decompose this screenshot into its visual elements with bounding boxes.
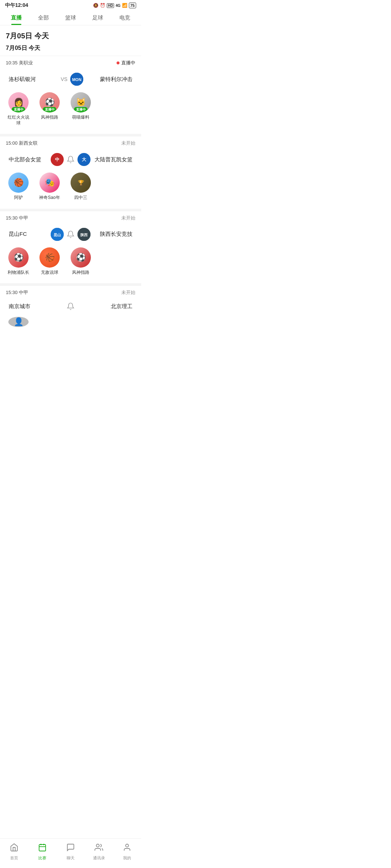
streamer-name-2-1: 阿驴 [14,195,23,201]
streamer-avatar-1-1: 👩 直播中 [8,92,29,112]
away-logo-2: 大 [77,153,91,166]
away-team-3: 陕西长安竞技 [91,231,133,238]
away-logo-1: MON [70,73,83,86]
home-team-4: 南京城市 [9,303,67,310]
home-team-2: 中北部会女篮 [9,156,51,163]
streamers-row-3: ⚽ 利物浦队长 🏀 无敌说球 ⚽ 风神指路 [0,244,141,281]
signal-icon: 🔕 [93,3,98,8]
date-header-main: 7月05日 今天 [0,25,141,43]
live-text-1: 直播中 [121,60,135,66]
live-badge-1-1: 直播中 [12,107,25,112]
streamer-name-1-3: 萌喵爆料 [72,115,89,120]
bell-icon-4[interactable] [67,302,75,310]
streamer-avatar-3-2: 🏀 [39,247,60,268]
home-logo-2: 中 [51,153,64,166]
status-icons: 🔕 ⏰ HD 4G 📶 75 [93,3,136,8]
teams-row-3[interactable]: 昆山FC 昆山 陕西 陕西长安竞技 [0,224,141,244]
streamer-2-3[interactable]: 🏆 四中三 [68,173,93,201]
home-team-1: 洛杉矶银河 [9,76,58,83]
svg-text:MON: MON [72,77,82,82]
match-section-1: 10:35 美职业 直播中 洛杉矶银河 VS MON 蒙特利尔冲击 👩 直播中 … [0,56,141,131]
match-section-4: 15:30 中甲 未开始 南京城市 北京理工 👤 [0,285,141,332]
away-team-2: 大陆普瓦凯女篮 [91,156,133,163]
nav-tabs: 直播 全部 篮球 足球 电竞 [0,10,141,25]
tab-live[interactable]: 直播 [3,10,30,25]
streamer-1-1[interactable]: 👩 直播中 红红火火说球 [6,92,31,126]
match-header-1: 10:35 美职业 直播中 [0,56,141,69]
bell-icon-3[interactable] [67,230,75,238]
streamers-row-4: 👤 [0,314,141,332]
streamer-3-1[interactable]: ⚽ 利物浦队长 [6,247,31,276]
date-header-sub: 7月05日 今天 [0,43,141,56]
away-team-1: 蒙特利尔冲击 [83,76,133,83]
live-badge-1-2: 直播中 [43,107,56,112]
main-content: 7月05日 今天 7月05日 今天 10:35 美职业 直播中 洛杉矶银河 VS… [0,25,141,360]
live-dot-1 [117,61,119,64]
teams-row-4[interactable]: 南京城市 北京理工 [0,299,141,314]
streamer-1-2[interactable]: ⚽ 直播中 风神指路 [37,92,62,126]
live-badge-1-3: 直播中 [74,107,88,112]
streamer-name-2-2: 神奇Sao年 [39,195,60,201]
streamer-3-3[interactable]: ⚽ 风神指路 [68,247,93,276]
tab-basketball[interactable]: 篮球 [57,10,84,25]
match-status-2: 未开始 [121,140,135,146]
tab-football[interactable]: 足球 [84,10,111,25]
status-bar: 中午12:04 🔕 ⏰ HD 4G 📶 75 [0,0,141,10]
match-header-4: 15:30 中甲 未开始 [0,285,141,299]
streamers-row-1: 👩 直播中 红红火火说球 ⚽ 直播中 风神指路 🐱 直播中 萌喵爆料 [0,89,141,131]
home-logo-3: 昆山 [51,228,64,241]
battery-indicator: 75 [129,3,136,8]
svg-text:昆山: 昆山 [54,233,61,237]
match-time-league-3: 15:30 中甲 [6,215,28,221]
match-section-2: 15:00 新西女联 未开始 中北部会女篮 中 大 大陆普瓦凯女篮 🏀 阿驴 [0,136,141,206]
match-section-3: 15:30 中甲 未开始 昆山FC 昆山 陕西 陕西长安竞技 [0,211,141,281]
away-team-4: 北京理工 [75,303,133,310]
streamer-avatar-3-3: ⚽ [71,247,91,268]
teams-row-2[interactable]: 中北部会女篮 中 大 大陆普瓦凯女篮 [0,149,141,170]
teams-row-1[interactable]: 洛杉矶银河 VS MON 蒙特利尔冲击 [0,69,141,89]
svg-text:陕西: 陕西 [80,233,88,237]
away-logo-3: 陕西 [77,228,91,241]
match-time-league-4: 15:30 中甲 [6,289,28,296]
streamer-avatar-2-3: 🏆 [71,173,91,193]
streamer-name-3-2: 无敌说球 [41,270,58,276]
bell-icon-2[interactable] [67,156,75,163]
streamer-name-3-3: 风神指路 [72,270,89,276]
hd-icon: HD [107,3,114,8]
streamer-3-2[interactable]: 🏀 无敌说球 [37,247,62,276]
streamer-name-3-1: 利物浦队长 [8,270,29,276]
match-status-live-1: 直播中 [117,60,135,66]
tab-all[interactable]: 全部 [30,10,57,25]
network-icon: 4G [115,4,120,8]
tab-esports[interactable]: 电竞 [111,10,138,25]
match-header-2: 15:00 新西女联 未开始 [0,136,141,149]
streamer-avatar-4-1: 👤 [8,317,29,327]
streamers-row-2: 🏀 阿驴 🎭 神奇Sao年 🏆 四中三 [0,170,141,206]
streamer-1-3[interactable]: 🐱 直播中 萌喵爆料 [68,92,93,126]
streamer-avatar-1-2: ⚽ 直播中 [39,92,60,112]
match-time-league-2: 15:00 新西女联 [6,140,38,146]
home-team-3: 昆山FC [9,231,51,238]
match-status-3: 未开始 [121,215,135,221]
streamer-avatar-1-3: 🐱 直播中 [71,92,91,112]
wifi-icon: 📶 [122,3,127,8]
streamer-name-1-2: 风神指路 [41,115,58,120]
streamer-name-1-1: 红红火火说球 [6,115,31,126]
vs-1: VS [61,76,68,82]
streamer-name-2-3: 四中三 [74,195,87,201]
alarm-icon: ⏰ [100,3,105,8]
match-status-4: 未开始 [121,289,135,296]
match-time-league-1: 10:35 美职业 [6,60,33,66]
streamer-2-1[interactable]: 🏀 阿驴 [6,173,31,201]
status-time: 中午12:04 [5,2,28,9]
streamer-avatar-3-1: ⚽ [8,247,29,268]
match-header-3: 15:30 中甲 未开始 [0,211,141,224]
streamer-2-2[interactable]: 🎭 神奇Sao年 [37,173,62,201]
streamer-4-1[interactable]: 👤 [6,317,31,327]
streamer-avatar-2-2: 🎭 [39,173,60,193]
streamer-avatar-2-1: 🏀 [8,173,29,193]
